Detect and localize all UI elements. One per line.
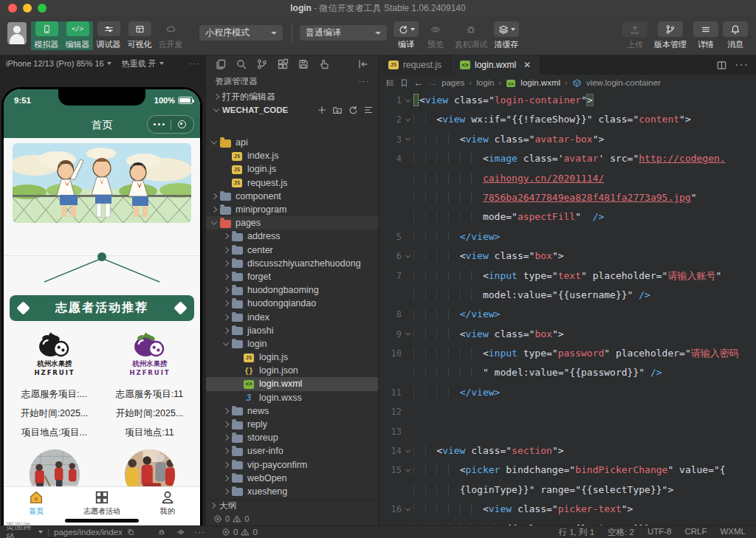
tree-item-login.wxss[interactable]: 3login.wxss bbox=[206, 391, 378, 404]
split-editor-icon[interactable] bbox=[716, 60, 727, 71]
tree-item-huodongqiandao[interactable]: huodongqiandao bbox=[206, 297, 378, 310]
explorer-more-button[interactable]: ··· bbox=[359, 77, 370, 86]
tree-item-discusszhiyuanzhehuodong[interactable]: discusszhiyuanzhehuodong bbox=[206, 257, 378, 270]
tree-item-webOpen[interactable]: webOpen bbox=[206, 472, 378, 485]
version-control-button[interactable]: 版本管理 bbox=[650, 21, 691, 50]
simulator-toggle-button[interactable]: 模拟器 bbox=[31, 21, 62, 50]
clear-cache-button[interactable]: 清缓存 bbox=[492, 21, 521, 50]
tree-item-pages[interactable]: pages bbox=[206, 216, 378, 230]
editor-toggle-button[interactable]: </> 编辑器 bbox=[62, 21, 93, 50]
code-line[interactable]: 9 <view class="box"> bbox=[379, 325, 756, 344]
code-line[interactable]: 2 <view wx:if="{{!faceShow}}" class="con… bbox=[379, 110, 756, 129]
indent-setting[interactable]: 空格: 2 bbox=[608, 527, 634, 538]
code-line[interactable]: 8 </view> bbox=[379, 305, 756, 324]
code-line[interactable]: 13 bbox=[379, 422, 756, 441]
details-button[interactable]: 详情 bbox=[691, 21, 721, 50]
collapse-panel-icon[interactable] bbox=[357, 58, 369, 70]
compile-button[interactable]: 编译 bbox=[391, 21, 421, 50]
code-line[interactable]: model:value="{{username}}" /> bbox=[379, 286, 756, 305]
new-file-icon[interactable] bbox=[317, 105, 327, 115]
statusbar-more-button[interactable]: ··· bbox=[195, 528, 206, 537]
code-line[interactable]: caihongy.cn/20201114/ bbox=[379, 169, 756, 188]
breadcrumb-file[interactable]: login.wxml bbox=[520, 78, 560, 87]
outline-section[interactable]: 大纲 bbox=[206, 499, 378, 511]
open-editors-section[interactable]: 打开的编辑器 bbox=[206, 90, 378, 103]
tree-item-index.js[interactable]: JSindex.js bbox=[206, 149, 378, 162]
visualization-toggle-button[interactable]: 可视化 bbox=[124, 21, 155, 50]
tree-item-component[interactable]: component bbox=[206, 190, 378, 203]
search-icon[interactable] bbox=[236, 58, 247, 70]
phone-tab-首页[interactable]: 首页 bbox=[4, 487, 69, 516]
mode-select-dropdown[interactable]: 小程序模式 bbox=[199, 25, 283, 41]
code-line[interactable]: 17 {{selectType[loginType]}} bbox=[379, 520, 756, 525]
tree-item-jiaoshi[interactable]: jiaoshi bbox=[206, 324, 378, 337]
tree-item-user-info[interactable]: user-info bbox=[206, 444, 378, 458]
code-line[interactable]: 6 <view class="box"> bbox=[379, 246, 756, 266]
save-icon[interactable] bbox=[298, 58, 309, 70]
bookmark-icon[interactable] bbox=[399, 78, 409, 88]
more-menu-button[interactable] bbox=[148, 123, 171, 126]
code-line[interactable]: 11 </view> bbox=[379, 383, 756, 402]
debugger-toggle-button[interactable]: 调试器 bbox=[93, 21, 124, 50]
tab-request-js[interactable]: JS request.js bbox=[379, 55, 451, 75]
code-line[interactable]: {loginType}}" range="{{selectType}}"> bbox=[379, 480, 756, 500]
code-line[interactable]: 4 <image class='avatar' src="http://code… bbox=[379, 149, 756, 168]
copy-icon[interactable] bbox=[127, 528, 134, 537]
code-line[interactable]: 12 bbox=[379, 402, 756, 421]
code-line[interactable]: 15 <picker bindchange="bindPickerChange"… bbox=[379, 461, 756, 480]
device-select-dropdown[interactable]: iPhone 12/13 (Pro) 85% 16 bbox=[6, 59, 111, 68]
tree-item-reply[interactable]: reply bbox=[206, 418, 378, 431]
tree-item-forget[interactable]: forget bbox=[206, 270, 378, 283]
compile-mode-dropdown[interactable]: 普通编译 bbox=[300, 25, 387, 41]
tree-item-request.js[interactable]: JSrequest.js bbox=[206, 176, 378, 190]
simulator-more-button[interactable]: ··· bbox=[189, 59, 199, 68]
code-line[interactable]: mode="aspectFill" /> bbox=[379, 207, 756, 227]
user-avatar[interactable] bbox=[7, 22, 27, 44]
tree-item-api[interactable]: api bbox=[206, 136, 378, 149]
tree-item-vip-payconfirm[interactable]: vip-payconfirm bbox=[206, 458, 378, 472]
new-folder-icon[interactable] bbox=[332, 105, 343, 115]
hand-icon[interactable] bbox=[318, 58, 330, 70]
page-path-label[interactable]: 页面路径 bbox=[6, 521, 34, 538]
problems-status[interactable]: 0 0 bbox=[205, 528, 338, 537]
tree-item-center[interactable]: center bbox=[206, 244, 378, 257]
code-line[interactable]: 10 <input type="password" placeholder="请… bbox=[379, 344, 756, 363]
tree-item-login.js[interactable]: JSlogin.js bbox=[206, 351, 378, 364]
phone-tab-志愿者活动[interactable]: 志愿者活动 bbox=[69, 487, 135, 516]
hot-reload-dropdown[interactable]: 热重载 开 bbox=[122, 58, 164, 69]
encoding-setting[interactable]: UTF-8 bbox=[647, 527, 672, 538]
refresh-explorer-icon[interactable] bbox=[348, 105, 358, 115]
code-area[interactable]: 1<view class="login-container">2 <view w… bbox=[379, 91, 756, 525]
tree-item-xuesheng[interactable]: xuesheng bbox=[206, 485, 378, 498]
tree-item-index[interactable]: index bbox=[206, 310, 378, 323]
activity-card[interactable]: 志愿服务项目:...开始时间:2025... bbox=[7, 446, 102, 487]
tree-item-storeup[interactable]: storeup bbox=[206, 431, 378, 444]
tab-login-wxml[interactable]: <> login.wxml ✕ bbox=[451, 55, 540, 75]
breadcrumb-symbol[interactable]: view.login-container bbox=[586, 78, 661, 87]
tree-item-huodongbaoming[interactable]: huodongbaoming bbox=[206, 283, 378, 297]
back-arrow-icon[interactable]: ← bbox=[413, 77, 423, 89]
tree-item-address[interactable]: address bbox=[206, 230, 378, 243]
code-line[interactable]: " model:value="{{password}}" /> bbox=[379, 363, 756, 382]
minimize-capsule-button[interactable] bbox=[171, 120, 194, 128]
extensions-icon[interactable] bbox=[277, 58, 289, 70]
forward-arrow-icon[interactable]: → bbox=[427, 77, 437, 89]
activity-card[interactable]: 志愿服务项目:...开始时间:2025... bbox=[102, 446, 197, 487]
breadcrumb-pages[interactable]: pages bbox=[441, 78, 464, 87]
page-path-value[interactable]: pages/index/index bbox=[54, 528, 123, 537]
code-line[interactable]: 7856ba26477849ea828f481fa2773a95.jpg" bbox=[379, 188, 756, 207]
editor-more-button[interactable]: ··· bbox=[735, 58, 749, 72]
activity-card[interactable]: 杭州水果捞HZFRUIT志愿服务项目:11开始时间:2025...项目地点:11 bbox=[102, 328, 197, 442]
eol-setting[interactable]: CRLF bbox=[684, 527, 707, 538]
outline-list-icon[interactable] bbox=[385, 78, 395, 88]
tree-item-login.js[interactable]: JSlogin.js bbox=[206, 162, 378, 176]
language-mode[interactable]: WXML bbox=[721, 527, 746, 538]
breadcrumb-login[interactable]: login bbox=[476, 78, 494, 87]
activity-card[interactable]: 杭州水果捞HZFRUIT志愿服务项目:...开始时间:2025...项目地点:项… bbox=[7, 328, 102, 442]
eye-icon[interactable] bbox=[177, 528, 185, 537]
phone-tab-我的[interactable]: 我的 bbox=[134, 487, 200, 516]
tree-item-news[interactable]: news bbox=[206, 404, 378, 418]
collapse-all-icon[interactable] bbox=[363, 105, 374, 115]
code-line[interactable]: 5 </view> bbox=[379, 227, 756, 246]
tree-item-login.wxml[interactable]: <>login.wxml bbox=[206, 377, 378, 390]
